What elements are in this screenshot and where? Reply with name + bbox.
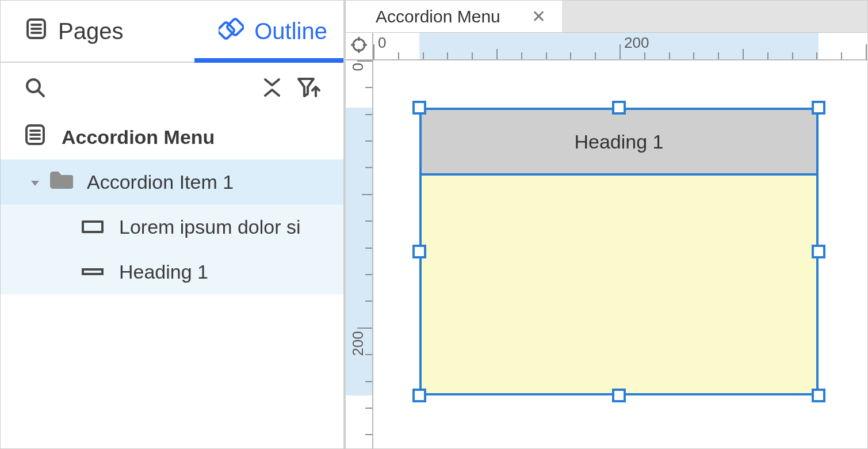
rect-icon bbox=[81, 216, 104, 238]
filter-icon bbox=[296, 75, 322, 102]
editor-area: Accordion Menu ✕ 0 200 bbox=[346, 1, 867, 448]
folder-icon bbox=[49, 170, 73, 194]
horizontal-ruler[interactable]: 0 200 bbox=[373, 33, 867, 60]
vertical-ruler[interactable]: 0 200 bbox=[346, 60, 373, 448]
collapse-all-button[interactable] bbox=[254, 70, 290, 107]
tab-outline-label: Outline bbox=[254, 18, 327, 44]
handle-se[interactable] bbox=[812, 389, 825, 402]
outline-icon bbox=[219, 17, 244, 45]
accordion-body[interactable] bbox=[422, 176, 816, 393]
svg-rect-16 bbox=[83, 269, 102, 274]
svg-rect-5 bbox=[227, 18, 244, 36]
ruler-row: 0 200 bbox=[346, 33, 867, 60]
outline-child-1[interactable]: Lorem ipsum dolor si bbox=[1, 204, 343, 249]
outline-child-2[interactable]: Heading 1 bbox=[1, 249, 343, 294]
handle-w[interactable] bbox=[412, 245, 426, 258]
ruler-h-label-0: 0 bbox=[378, 34, 386, 52]
search-button[interactable] bbox=[17, 70, 53, 107]
pages-icon bbox=[25, 17, 48, 45]
outline-child-1-label: Lorem ipsum dolor si bbox=[119, 216, 301, 238]
canvas[interactable]: Heading 1 bbox=[373, 60, 867, 448]
file-tab-title: Accordion Menu bbox=[376, 7, 500, 26]
collapse-icon bbox=[259, 76, 285, 101]
outline-child-2-label: Heading 1 bbox=[119, 261, 208, 283]
outline-tree: Accordion Menu Accordion Item 1 Lorem ip… bbox=[1, 115, 343, 448]
crosshair-icon bbox=[350, 36, 368, 56]
handle-e[interactable] bbox=[812, 245, 825, 258]
outline-item-1-label: Accordion Item 1 bbox=[87, 171, 234, 193]
svg-rect-4 bbox=[219, 21, 235, 39]
close-icon: ✕ bbox=[531, 7, 546, 26]
tab-pages-label: Pages bbox=[58, 18, 123, 44]
chevron-down-icon[interactable] bbox=[29, 171, 41, 193]
file-tab-bar: Accordion Menu ✕ bbox=[346, 1, 867, 33]
outline-root-label: Accordion Menu bbox=[62, 126, 215, 149]
search-icon bbox=[24, 76, 47, 101]
app-root: Pages Outline bbox=[0, 0, 868, 449]
accordion-heading-text: Heading 1 bbox=[574, 131, 663, 153]
close-tab-button[interactable]: ✕ bbox=[531, 6, 546, 26]
svg-line-7 bbox=[39, 91, 44, 96]
accordion-widget[interactable]: Heading 1 bbox=[419, 108, 819, 395]
left-panel: Pages Outline bbox=[1, 1, 346, 448]
ruler-v-label-0: 0 bbox=[349, 63, 367, 71]
file-tab[interactable]: Accordion Menu ✕ bbox=[363, 1, 562, 32]
handle-s[interactable] bbox=[612, 389, 626, 402]
filter-button[interactable] bbox=[290, 70, 327, 107]
ruler-origin-button[interactable] bbox=[346, 33, 373, 60]
tab-outline[interactable]: Outline bbox=[194, 1, 343, 62]
handle-n[interactable] bbox=[612, 101, 626, 115]
handle-nw[interactable] bbox=[412, 101, 426, 115]
panel-tabs: Pages Outline bbox=[1, 1, 343, 63]
svg-rect-15 bbox=[83, 222, 102, 232]
work-area: 0 200 Head bbox=[346, 60, 867, 448]
tab-pages[interactable]: Pages bbox=[1, 1, 139, 62]
outline-toolbar bbox=[1, 63, 343, 115]
handle-ne[interactable] bbox=[812, 101, 825, 115]
ruler-h-label-200: 200 bbox=[624, 34, 649, 52]
accordion-heading[interactable]: Heading 1 bbox=[422, 110, 816, 176]
svg-marker-8 bbox=[299, 79, 313, 96]
ruler-v-label-200: 200 bbox=[349, 331, 367, 356]
page-icon bbox=[24, 123, 47, 151]
outline-root[interactable]: Accordion Menu bbox=[1, 115, 343, 159]
outline-item-1[interactable]: Accordion Item 1 bbox=[1, 159, 343, 204]
handle-sw[interactable] bbox=[412, 389, 426, 402]
bar-icon bbox=[81, 261, 104, 283]
svg-marker-14 bbox=[31, 181, 39, 186]
